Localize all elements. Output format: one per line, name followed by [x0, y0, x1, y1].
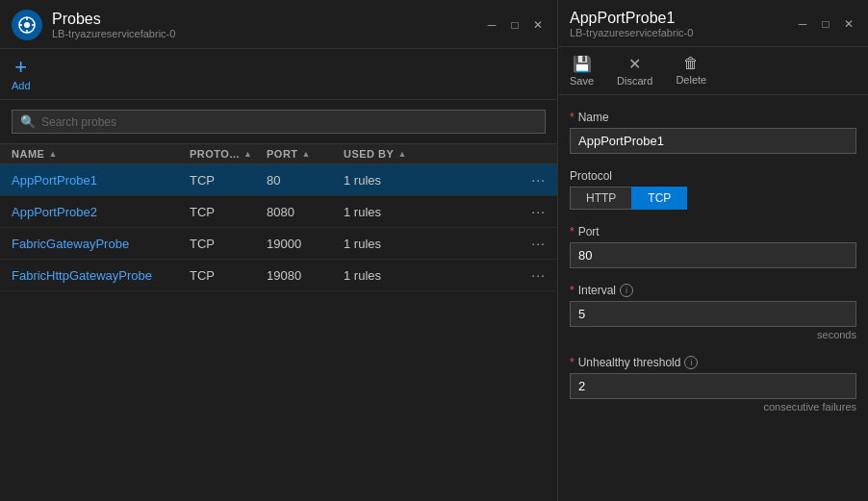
cell-port-0: 80 — [267, 173, 344, 188]
left-maximize-button[interactable]: □ — [507, 18, 523, 32]
http-button[interactable]: HTTP — [570, 187, 631, 210]
name-input[interactable] — [570, 128, 856, 154]
unhealthy-units: consecutive failures — [570, 401, 856, 413]
probe-icon — [12, 10, 42, 40]
table-row[interactable]: AppPortProbe2 TCP 8080 1 rules ··· — [0, 196, 557, 228]
svg-point-1 — [24, 22, 30, 28]
tcp-button[interactable]: TCP — [631, 187, 687, 210]
left-title: Probes — [52, 11, 175, 28]
cell-protocol-1: TCP — [190, 205, 267, 219]
search-icon: 🔍 — [20, 114, 36, 129]
col-header-name[interactable]: NAME ▲ — [12, 148, 190, 160]
row-ellipsis-button-3[interactable]: ··· — [531, 267, 546, 283]
name-required-marker: * — [570, 111, 574, 124]
interval-input[interactable] — [570, 301, 856, 327]
left-minimize-button[interactable]: ─ — [484, 18, 499, 32]
col-header-port[interactable]: PORT ▲ — [267, 148, 344, 160]
right-title-text: AppPortProbe1 LB-tryazureservicefabric-0 — [570, 10, 693, 38]
cell-usedby-3: 1 rules — [344, 268, 507, 283]
unhealthy-input-wrapper — [570, 373, 856, 399]
form-body: * Name Protocol HTTP TCP * Port — [558, 95, 868, 501]
search-input[interactable] — [41, 115, 537, 129]
protocol-label: Protocol — [570, 169, 856, 183]
interval-field-group: * Interval i seconds — [570, 284, 856, 340]
unhealthy-required-marker: * — [570, 356, 574, 369]
name-sort-icon: ▲ — [48, 149, 57, 159]
cell-protocol-3: TCP — [190, 268, 267, 283]
cell-name-1: AppPortProbe2 — [12, 205, 190, 219]
delete-icon: 🗑 — [683, 55, 699, 72]
name-label: * Name — [570, 111, 856, 124]
name-field-group: * Name — [570, 111, 856, 154]
unhealthy-field-group: * Unhealthy threshold i consecutive fail… — [570, 356, 856, 413]
left-subtitle: LB-tryazureservicefabric-0 — [52, 28, 175, 39]
interval-required-marker: * — [570, 284, 574, 297]
right-subtitle: LB-tryazureservicefabric-0 — [570, 27, 693, 38]
cell-actions-0: ··· — [507, 172, 546, 188]
table-body: AppPortProbe1 TCP 80 1 rules ··· AppPort… — [0, 164, 557, 291]
cell-name-2: FabricGatewayProbe — [12, 237, 190, 251]
cell-actions-3: ··· — [507, 267, 546, 283]
cell-protocol-0: TCP — [190, 173, 267, 188]
left-toolbar: + Add — [0, 49, 557, 100]
cell-protocol-2: TCP — [190, 237, 267, 251]
cell-usedby-0: 1 rules — [344, 173, 507, 188]
port-input[interactable] — [570, 242, 856, 268]
cell-name-3: FabricHttpGatewayProbe — [12, 268, 190, 283]
col-header-protocol[interactable]: PROTO... ▲ — [190, 148, 267, 160]
save-label: Save — [570, 75, 594, 87]
cell-name-0: AppPortProbe1 — [12, 173, 190, 188]
protocol-field-group: Protocol HTTP TCP — [570, 169, 856, 210]
discard-button[interactable]: ✕ Discard — [617, 55, 652, 87]
left-title-left: Probes LB-tryazureservicefabric-0 — [12, 10, 175, 40]
left-panel: Probes LB-tryazureservicefabric-0 ─ □ ✕ … — [0, 0, 558, 501]
unhealthy-input[interactable] — [570, 373, 856, 399]
add-button[interactable]: + Add — [12, 57, 31, 91]
save-icon: 💾 — [573, 55, 592, 73]
cell-actions-2: ··· — [507, 236, 546, 251]
right-maximize-button[interactable]: □ — [818, 17, 833, 31]
row-ellipsis-button-1[interactable]: ··· — [531, 204, 546, 219]
unhealthy-info-icon: i — [684, 356, 698, 369]
cell-port-1: 8080 — [267, 205, 344, 219]
delete-label: Delete — [676, 74, 706, 86]
protocol-toggle: HTTP TCP — [570, 187, 856, 210]
left-title-text: Probes LB-tryazureservicefabric-0 — [52, 11, 175, 39]
proto-sort-icon: ▲ — [243, 149, 252, 159]
cell-usedby-1: 1 rules — [344, 205, 507, 219]
left-close-button[interactable]: ✕ — [530, 18, 546, 32]
interval-info-icon: i — [620, 284, 633, 297]
port-label: * Port — [570, 225, 856, 238]
row-ellipsis-button-2[interactable]: ··· — [531, 236, 546, 251]
right-title-bar: AppPortProbe1 LB-tryazureservicefabric-0… — [558, 0, 868, 47]
right-minimize-button[interactable]: ─ — [795, 17, 810, 31]
add-icon: + — [14, 57, 27, 78]
unhealthy-label: * Unhealthy threshold i — [570, 356, 856, 369]
interval-input-wrapper — [570, 301, 856, 327]
left-title-bar: Probes LB-tryazureservicefabric-0 ─ □ ✕ — [0, 0, 557, 49]
row-ellipsis-button-0[interactable]: ··· — [531, 172, 546, 188]
save-button[interactable]: 💾 Save — [570, 55, 594, 87]
table-row[interactable]: FabricHttpGatewayProbe TCP 19080 1 rules… — [0, 260, 557, 291]
cell-usedby-2: 1 rules — [344, 237, 507, 251]
interval-units: seconds — [570, 329, 856, 340]
discard-label: Discard — [617, 75, 652, 87]
usedby-sort-icon: ▲ — [397, 149, 406, 159]
table-row[interactable]: FabricGatewayProbe TCP 19000 1 rules ··· — [0, 228, 557, 260]
col-header-usedby[interactable]: USED BY ▲ — [344, 148, 546, 160]
cell-port-3: 19080 — [267, 268, 344, 283]
right-toolbar: 💾 Save ✕ Discard 🗑 Delete — [558, 47, 868, 95]
right-panel: AppPortProbe1 LB-tryazureservicefabric-0… — [558, 0, 868, 501]
delete-button[interactable]: 🗑 Delete — [676, 55, 706, 87]
left-window-controls: ─ □ ✕ — [484, 18, 546, 32]
search-container: 🔍 — [0, 100, 557, 144]
add-label: Add — [12, 80, 31, 91]
discard-icon: ✕ — [628, 55, 641, 73]
right-title: AppPortProbe1 — [570, 10, 693, 27]
port-required-marker: * — [570, 225, 574, 238]
interval-label: * Interval i — [570, 284, 856, 297]
search-wrapper[interactable]: 🔍 — [12, 110, 546, 134]
table-row[interactable]: AppPortProbe1 TCP 80 1 rules ··· — [0, 164, 557, 196]
right-close-button[interactable]: ✕ — [841, 17, 856, 31]
cell-port-2: 19000 — [267, 237, 344, 251]
